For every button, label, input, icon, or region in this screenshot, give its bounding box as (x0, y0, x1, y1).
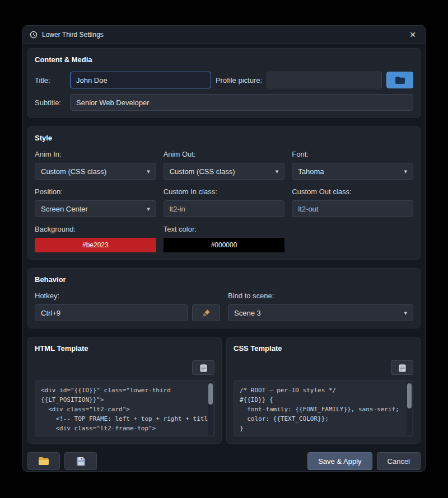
font-value: Tahoma (298, 167, 324, 176)
scrollbar-thumb[interactable] (407, 383, 412, 408)
subtitle-label: Subtitle: (35, 98, 66, 107)
close-button[interactable]: ✕ (407, 30, 418, 40)
window-title: Lower Third Settings (42, 31, 104, 39)
title-input[interactable] (70, 72, 211, 88)
brush-icon (202, 309, 211, 317)
chevron-down-icon: ▾ (147, 168, 150, 175)
position-label: Position: (35, 187, 156, 196)
profile-picture-input[interactable] (267, 72, 382, 88)
footer: Save & Apply Cancel (27, 452, 421, 470)
clipboard-icon (399, 364, 406, 372)
profile-picture-label: Profile picture: (216, 76, 262, 84)
anim-out-label: Anim Out: (164, 150, 285, 158)
position-select[interactable]: Screen Center ▾ (35, 200, 156, 217)
background-color-swatch[interactable]: #be2023 (35, 238, 156, 252)
cancel-button[interactable]: Cancel (377, 452, 421, 470)
hotkey-input[interactable] (35, 304, 188, 321)
css-template-header: CSS Template (234, 344, 413, 353)
html-template-header: HTML Template (35, 344, 214, 353)
font-select[interactable]: Tahoma ▾ (292, 163, 413, 180)
custom-out-class-input[interactable] (292, 200, 413, 217)
style-header: Style (35, 134, 413, 143)
save-file-button[interactable] (64, 452, 97, 470)
scrollbar-thumb[interactable] (208, 383, 213, 405)
content-media-section: Content & Media Title: Profile picture: … (27, 48, 421, 118)
scene-select[interactable]: Scene 3 ▾ (228, 304, 413, 321)
app-clock-icon (30, 31, 38, 39)
chevron-down-icon: ▾ (404, 168, 407, 175)
custom-in-class-label: Custom In class: (164, 187, 285, 196)
clipboard-icon (200, 364, 207, 372)
anim-in-label: Anim In: (35, 150, 156, 158)
floppy-icon (76, 457, 86, 466)
anim-in-select[interactable]: Custom (CSS class) ▾ (35, 163, 156, 180)
custom-out-class-label: Custom Out class: (292, 187, 413, 196)
html-template-section: HTML Template (27, 337, 222, 444)
save-apply-button[interactable]: Save & Apply (307, 452, 372, 470)
html-template-scrollbar[interactable] (208, 382, 213, 435)
anim-in-value: Custom (CSS class) (41, 167, 106, 176)
position-value: Screen Center (41, 205, 88, 213)
paste-css-template-button[interactable] (391, 360, 413, 375)
text-color-swatch[interactable]: #000000 (164, 238, 285, 252)
open-file-button[interactable] (27, 452, 60, 470)
behavior-header: Behavior (35, 275, 413, 284)
bind-to-scene-label: Bind to scene: (228, 292, 413, 300)
anim-out-select[interactable]: Custom (CSS class) ▾ (164, 163, 285, 180)
clear-hotkey-button[interactable] (192, 304, 220, 321)
css-template-code: /* ROOT – per-ID styles */ #{{ID}} { fon… (234, 381, 413, 436)
css-template-scrollbar[interactable] (407, 382, 412, 435)
templates-row: HTML Template (27, 337, 421, 444)
title-label: Title: (35, 76, 66, 84)
folder-icon (38, 457, 49, 466)
css-template-section: CSS Template (226, 337, 421, 444)
lower-third-settings-dialog: Lower Third Settings ✕ Content & Media T… (22, 25, 426, 472)
scene-value: Scene 3 (234, 309, 261, 317)
chevron-down-icon: ▾ (404, 309, 407, 317)
css-template-editor[interactable]: /* ROOT – per-ID styles */ #{{ID}} { fon… (234, 380, 413, 436)
html-template-code: <div id="{{ID}}" class="lower-third {{LT… (35, 381, 214, 436)
text-color-label: Text color: (164, 225, 285, 233)
paste-html-template-button[interactable] (192, 360, 214, 375)
font-label: Font: (292, 150, 413, 158)
chevron-down-icon: ▾ (147, 205, 150, 213)
hotkey-label: Hotkey: (35, 292, 220, 300)
dialog-body: Content & Media Title: Profile picture: … (23, 44, 425, 478)
behavior-section: Behavior Hotkey: (27, 268, 421, 328)
titlebar: Lower Third Settings ✕ (23, 26, 425, 44)
chevron-down-icon: ▾ (276, 168, 279, 175)
html-template-editor[interactable]: <div id="{{ID}}" class="lower-third {{LT… (35, 380, 214, 436)
browse-profile-button[interactable] (386, 72, 413, 88)
anim-out-value: Custom (CSS class) (170, 167, 235, 176)
folder-icon (395, 76, 405, 84)
custom-in-class-input[interactable] (164, 200, 285, 217)
subtitle-input[interactable] (70, 94, 413, 111)
style-section: Style Anim In: Custom (CSS class) ▾ Anim… (27, 126, 421, 260)
content-media-header: Content & Media (35, 55, 413, 64)
background-label: Background: (35, 225, 156, 233)
